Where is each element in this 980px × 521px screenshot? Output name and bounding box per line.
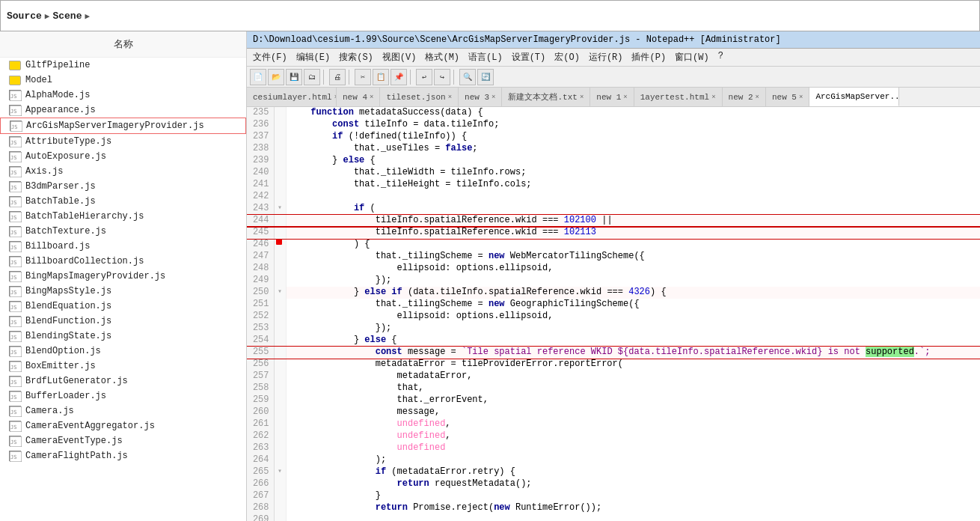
sidebar-item-CameraFlightPath-js[interactable]: JSCameraFlightPath.js (0, 448, 246, 463)
fold-indicator[interactable] (274, 227, 286, 239)
menu-item-设置t[interactable]: 设置(T) (512, 51, 546, 64)
fold-indicator[interactable] (274, 394, 286, 406)
sidebar-item-BatchTable-js[interactable]: JSBatchTable.js (0, 194, 246, 209)
tab-close-button[interactable]: × (448, 94, 452, 101)
fold-indicator[interactable] (274, 359, 286, 371)
sidebar-item-Billboard-js[interactable]: JSBillboard.js (0, 239, 246, 254)
fold-indicator[interactable] (274, 406, 286, 418)
fold-indicator[interactable] (274, 155, 286, 167)
fold-indicator[interactable] (274, 418, 286, 430)
tab-new-4[interactable]: new 4× (337, 88, 380, 106)
fold-indicator[interactable] (274, 454, 286, 466)
fold-indicator[interactable] (274, 371, 286, 383)
fold-indicator[interactable] (274, 215, 286, 227)
sidebar-item-BufferLoader-js[interactable]: JSBufferLoader.js (0, 389, 246, 403)
fold-indicator[interactable] (274, 442, 286, 454)
toolbar-cut[interactable]: ✂ (355, 69, 371, 85)
breadcrumb-scene[interactable]: Scene (52, 10, 82, 22)
fold-indicator[interactable]: ▾ (274, 203, 286, 215)
fold-indicator[interactable]: ▾ (274, 287, 286, 299)
sidebar-item-GltfPipeline[interactable]: GltfPipeline (0, 58, 246, 73)
fold-indicator[interactable] (274, 383, 286, 394)
tab-arcgismapserver...[interactable]: ArcGisMapServer...× (809, 88, 899, 106)
tab-new-3[interactable]: new 3× (459, 88, 502, 106)
menu-item-插件p[interactable]: 插件(P) (631, 51, 666, 64)
fold-indicator[interactable] (274, 478, 286, 490)
sidebar-item-BlendOption-js[interactable]: JSBlendOption.js (0, 344, 246, 359)
sidebar-item-Axis-js[interactable]: JSAxis.js (0, 164, 246, 179)
sidebar-item-AutoExposure-js[interactable]: JSAutoExposure.js (0, 149, 246, 164)
fold-indicator[interactable] (274, 335, 286, 347)
sidebar-item-BlendFunction-js[interactable]: JSBlendFunction.js (0, 314, 246, 329)
sidebar-item-BatchTableHierarchy-js[interactable]: JSBatchTableHierarchy.js (0, 209, 246, 224)
menu-item-宏o[interactable]: 宏(O) (554, 51, 580, 64)
toolbar-undo[interactable]: ↩ (416, 69, 432, 85)
toolbar-open[interactable]: 📂 (268, 69, 284, 85)
menu-item-?[interactable]: ? (718, 51, 723, 64)
fold-indicator[interactable]: ▾ (274, 466, 286, 478)
fold-indicator[interactable] (274, 502, 286, 514)
sidebar-item-ArcGisMapServerImageryProvider-js[interactable]: JSArcGisMapServerImageryProvider.js (0, 118, 246, 134)
fold-indicator[interactable] (274, 119, 286, 131)
fold-indicator[interactable] (274, 299, 286, 311)
tab-close-button[interactable]: × (756, 94, 759, 101)
sidebar-item-AttributeType-js[interactable]: JSAttributeType.js (0, 134, 246, 149)
fold-indicator[interactable] (274, 239, 286, 251)
menu-item-编辑e[interactable]: 编辑(E) (296, 51, 331, 64)
menu-item-搜索s[interactable]: 搜索(S) (339, 51, 373, 64)
fold-indicator[interactable] (274, 430, 286, 442)
sidebar-item-BingMapsStyle-js[interactable]: JSBingMapsStyle.js (0, 284, 246, 299)
toolbar-save[interactable]: 💾 (286, 69, 302, 85)
fold-indicator[interactable] (274, 251, 286, 263)
tab-new-5[interactable]: new 5× (766, 88, 809, 106)
sidebar-item-BatchTexture-js[interactable]: JSBatchTexture.js (0, 224, 246, 239)
sidebar-item-Model[interactable]: Model (0, 73, 246, 88)
fold-indicator[interactable] (274, 323, 286, 335)
tab-close-button[interactable]: × (799, 94, 803, 101)
fold-indicator[interactable] (274, 107, 286, 119)
sidebar-item-CameraEventType-js[interactable]: JSCameraEventType.js (0, 433, 246, 448)
tab-新建文本文档.txt[interactable]: 新建文本文档.txt× (502, 88, 590, 106)
sidebar-item-Appearance-js[interactable]: JSAppearance.js (0, 103, 246, 118)
toolbar-replace[interactable]: 🔄 (477, 69, 494, 85)
tab-close-button[interactable]: × (623, 94, 627, 101)
fold-indicator[interactable] (274, 311, 286, 323)
fold-indicator[interactable] (274, 347, 286, 359)
fold-indicator[interactable] (274, 191, 286, 203)
fold-indicator[interactable] (274, 167, 286, 179)
tab-close-button[interactable]: × (580, 94, 584, 101)
menu-item-窗口w[interactable]: 窗口(W) (675, 51, 709, 64)
fold-indicator[interactable] (274, 143, 286, 155)
toolbar-copy[interactable]: 📋 (373, 69, 389, 85)
toolbar-print[interactable]: 🖨 (329, 69, 346, 85)
tab-close-button[interactable]: × (711, 94, 715, 101)
fold-indicator[interactable] (274, 131, 286, 143)
tab-cesiumlayer.html[interactable]: cesiumlayer.html× (247, 88, 337, 106)
menu-item-运行r[interactable]: 运行(R) (589, 51, 623, 64)
tab-close-button[interactable]: × (491, 94, 495, 101)
tab-1ayertest.html[interactable]: 1ayertest.html× (634, 88, 723, 106)
sidebar-item-BillboardCollection-js[interactable]: JSBillboardCollection.js (0, 254, 246, 269)
sidebar-item-CameraEventAggregator-js[interactable]: JSCameraEventAggregator.js (0, 418, 246, 433)
menu-item-视图v[interactable]: 视图(V) (382, 51, 417, 64)
sidebar-item-BingMapsImageryProvider-js[interactable]: JSBingMapsImageryProvider.js (0, 269, 246, 284)
fold-indicator[interactable] (274, 490, 286, 502)
toolbar-paste[interactable]: 📌 (391, 69, 407, 85)
toolbar-saveall[interactable]: 🗂 (304, 69, 320, 85)
sidebar-item-BlendEquation-js[interactable]: JSBlendEquation.js (0, 299, 246, 314)
menu-item-语言l[interactable]: 语言(L) (468, 51, 503, 64)
tab-close-button[interactable]: × (370, 94, 373, 101)
toolbar-find[interactable]: 🔍 (459, 69, 476, 85)
fold-indicator[interactable] (274, 179, 286, 191)
tab-tileset.json[interactable]: tileset.json× (380, 88, 459, 106)
toolbar-redo[interactable]: ↪ (434, 69, 450, 85)
sidebar-item-BrdfLutGenerator-js[interactable]: JSBrdfLutGenerator.js (0, 374, 246, 389)
sidebar-item-Camera-js[interactable]: JSCamera.js (0, 403, 246, 418)
fold-indicator[interactable] (274, 514, 286, 521)
menu-item-文件f[interactable]: 文件(F) (253, 51, 287, 64)
fold-indicator[interactable] (274, 275, 286, 287)
sidebar-item-AlphaMode-js[interactable]: JSAlphaMode.js (0, 88, 246, 103)
tab-new-2[interactable]: new 2× (723, 88, 766, 106)
menu-item-格式m[interactable]: 格式(M) (425, 51, 459, 64)
breadcrumb-source[interactable]: Source (7, 10, 42, 22)
